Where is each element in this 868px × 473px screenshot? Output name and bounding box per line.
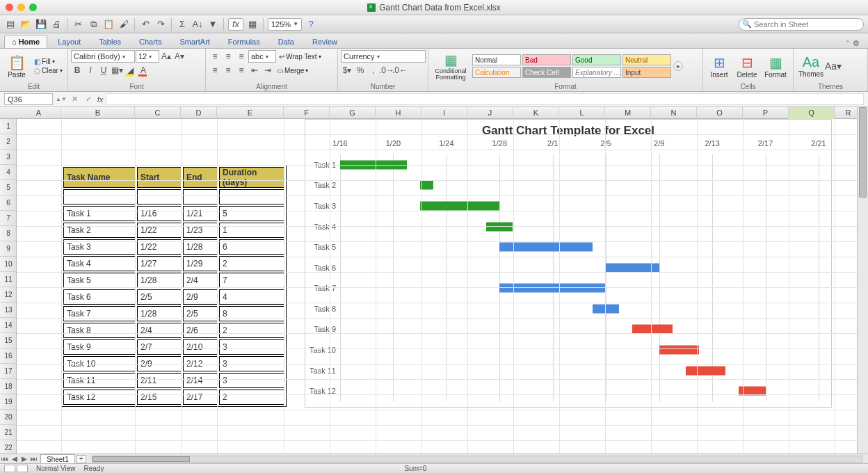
table-cell[interactable]: Task 11	[63, 373, 136, 388]
minimize-icon[interactable]	[17, 3, 25, 11]
font-name-select[interactable]: Calibri (Body)▾	[71, 50, 135, 63]
column-header[interactable]: L	[559, 107, 605, 119]
table-cell[interactable]: 2	[219, 323, 284, 338]
row-header[interactable]: 17	[0, 364, 17, 379]
row-header[interactable]: 14	[0, 318, 17, 333]
row-header[interactable]: 12	[0, 287, 17, 303]
new-icon[interactable]: ▤	[4, 18, 17, 31]
row-header[interactable]: 22	[0, 440, 17, 454]
table-cell[interactable]: 8	[219, 306, 284, 321]
horizontal-scrollbar[interactable]	[92, 456, 862, 463]
format-painter-icon[interactable]: 🖌	[118, 18, 130, 31]
table-cell[interactable]: 2/7	[137, 339, 182, 355]
tab-smartart[interactable]: SmartArt	[172, 35, 217, 48]
accept-formula-icon[interactable]: ✓	[83, 94, 95, 105]
table-cell[interactable]: 3	[219, 339, 284, 355]
increase-decimal-icon[interactable]: .0→	[380, 64, 393, 77]
table-cell[interactable]: 2/6	[183, 323, 218, 338]
align-center-icon[interactable]: ≡	[222, 64, 234, 77]
row-header[interactable]: 6	[0, 195, 17, 211]
sheet-nav-next-icon[interactable]: ▶	[19, 455, 29, 463]
formula-input[interactable]	[106, 93, 864, 105]
font-size-select[interactable]: 12▾	[136, 50, 159, 63]
name-box[interactable]: Q36	[4, 93, 53, 105]
themes-button[interactable]: AaThemes	[796, 51, 826, 81]
column-header[interactable]: E	[217, 107, 284, 119]
sheet-nav-prev-icon[interactable]: ◀	[10, 455, 19, 463]
tab-formulas[interactable]: Formulas	[220, 35, 268, 48]
copy-icon[interactable]: ⧉	[87, 18, 99, 31]
insert-cells-button[interactable]: ⊞Insert	[706, 51, 732, 81]
column-header[interactable]: N	[651, 107, 697, 119]
table-cell[interactable]: 2	[219, 256, 284, 271]
decrease-font-icon[interactable]: A▾	[173, 50, 186, 63]
column-header[interactable]: K	[513, 107, 559, 119]
table-cell[interactable]: 5	[219, 206, 284, 221]
row-header[interactable]: 21	[0, 425, 17, 440]
search-input[interactable]	[754, 20, 859, 29]
table-header[interactable]: End	[183, 167, 218, 188]
align-right-icon[interactable]: ≡	[235, 64, 248, 77]
cancel-formula-icon[interactable]: ✕	[70, 94, 81, 105]
comma-icon[interactable]: ,	[367, 64, 380, 77]
column-header[interactable]: I	[421, 107, 467, 119]
sort-icon[interactable]: A↓	[191, 18, 204, 31]
table-cell[interactable]: 2/11	[137, 373, 182, 388]
row-header[interactable]: 3	[0, 150, 17, 165]
column-header[interactable]: F	[284, 107, 330, 119]
align-left-icon[interactable]: ≡	[209, 64, 221, 77]
help-icon[interactable]: ?	[305, 18, 317, 31]
close-icon[interactable]	[6, 3, 13, 11]
table-cell[interactable]: 2/4	[183, 273, 218, 288]
row-header[interactable]: 7	[0, 211, 17, 226]
table-cell[interactable]: 2/15	[137, 390, 182, 405]
row-header[interactable]: 11	[0, 272, 17, 287]
sheet-tab[interactable]: Sheet1	[40, 454, 75, 464]
align-bottom-icon[interactable]: ≡	[235, 50, 248, 63]
wrap-text-button[interactable]: ↩Wrap Text▾	[277, 50, 323, 63]
table-cell[interactable]: 2/10	[183, 339, 218, 355]
currency-icon[interactable]: $▾	[341, 64, 353, 77]
tab-data[interactable]: Data	[271, 35, 302, 48]
gantt-bar[interactable]	[499, 284, 606, 293]
row-header[interactable]: 19	[0, 394, 17, 410]
row-header[interactable]: 4	[0, 165, 17, 180]
table-cell[interactable]: 2/4	[137, 323, 182, 338]
column-header[interactable]: H	[376, 107, 421, 119]
percent-icon[interactable]: %	[354, 64, 367, 77]
table-cell[interactable]: Task 4	[63, 256, 136, 271]
collapse-ribbon-icon[interactable]: ˆ	[846, 40, 849, 48]
row-header[interactable]: 8	[0, 226, 17, 241]
italic-button[interactable]: I	[84, 64, 97, 77]
table-cell[interactable]: 1	[219, 223, 284, 238]
number-format-select[interactable]: Currency▾	[341, 50, 426, 63]
conditional-formatting-button[interactable]: ▦Conditional Formatting	[431, 51, 470, 81]
gantt-bar[interactable]	[632, 325, 672, 334]
tab-tables[interactable]: Tables	[91, 35, 129, 48]
align-top-icon[interactable]: ≡	[209, 50, 221, 63]
column-header[interactable]: M	[605, 107, 651, 119]
column-headers[interactable]: ABCDEFGHIJKLMNOPQR	[0, 107, 857, 119]
table-cell[interactable]: 7	[219, 273, 284, 288]
autosum-icon[interactable]: Σ	[176, 18, 188, 31]
tab-charts[interactable]: Charts	[131, 35, 169, 48]
gantt-bar[interactable]	[659, 346, 699, 355]
row-header[interactable]: 13	[0, 303, 17, 318]
fill-color-button[interactable]: ◢	[124, 64, 136, 77]
spreadsheet-grid[interactable]: ABCDEFGHIJKLMNOPQR 123456789101112131415…	[0, 107, 857, 454]
row-header[interactable]: 20	[0, 410, 17, 425]
table-cell[interactable]: Task 8	[63, 323, 136, 338]
format-cells-button[interactable]: ▦Format	[762, 51, 789, 81]
table-cell[interactable]: 1/28	[137, 273, 182, 288]
gantt-bar[interactable]	[593, 304, 619, 313]
data-table[interactable]: Task NameStartEndDuration (days)Task 11/…	[61, 165, 287, 407]
table-header[interactable]: Duration (days)	[219, 167, 284, 188]
table-cell[interactable]: 2/5	[183, 306, 218, 321]
table-cell[interactable]: 1/28	[137, 306, 182, 321]
paste-icon[interactable]: 📋	[102, 18, 115, 31]
row-header[interactable]: 16	[0, 348, 17, 364]
page-layout-view-icon[interactable]	[17, 465, 28, 472]
column-header[interactable]: D	[181, 107, 217, 119]
zoom-select[interactable]: 125%▼	[268, 18, 302, 31]
delete-cells-button[interactable]: ⊟Delete	[734, 51, 760, 81]
